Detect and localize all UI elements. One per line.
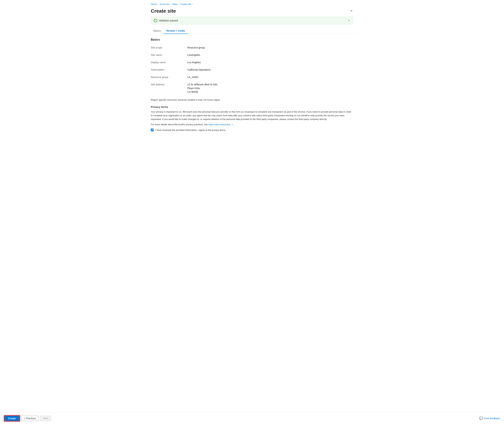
main-content: Basics Site scope Resource group Site na… (147, 38, 357, 151)
label-site-address: Site address (151, 83, 186, 94)
validation-message: Validation passed (159, 19, 178, 22)
privacy-section: Privacy terms Your privacy is important … (151, 105, 353, 131)
basics-section: Basics Site scope Resource group Site na… (151, 38, 353, 101)
tabs-container: Basics Review + create (147, 28, 357, 34)
validation-checkmark-icon: ✓ (154, 19, 157, 22)
footer-left: Create < Previous Next (4, 416, 51, 421)
privacy-link[interactable]: https://aka.ms/privacy (208, 123, 231, 126)
field-site-scope: Site scope Resource group (151, 44, 353, 51)
feedback-label: Give feedback (484, 417, 500, 420)
field-resource-group: Resource group LA_10001 (151, 74, 353, 81)
next-button: Next (40, 416, 51, 421)
breadcrumb-azure-arc[interactable]: Azure Arc (160, 3, 170, 6)
tab-basics[interactable]: Basics (151, 28, 164, 34)
value-site-name: LosAngeles (187, 53, 353, 57)
breadcrumb-home[interactable]: Home (151, 3, 157, 6)
field-site-address: Site address 13 W Jefferson Blvd St 200,… (151, 81, 353, 96)
privacy-checkbox-label: I have reviewed the provided information… (155, 129, 226, 131)
external-link-icon: ↗ (231, 124, 233, 126)
footer: Create < Previous Next 💬 Give feedback (0, 413, 504, 424)
field-subscription: Subscription California-Operations (151, 66, 353, 74)
page-header: Create site × (147, 7, 357, 17)
breadcrumb-sep-2: › (171, 3, 171, 6)
value-site-address: 13 W Jefferson Blvd St 200, Playa Vista,… (187, 83, 353, 94)
breadcrumb-sep-1: › (158, 3, 159, 6)
basics-section-title: Basics (151, 38, 353, 41)
privacy-link-prefix: For more details about Microsoft's priva… (151, 123, 208, 126)
label-display-name: Display name (151, 61, 186, 64)
banner-close-button[interactable]: × (348, 19, 350, 23)
label-site-scope: Site scope (151, 46, 186, 50)
label-subscription: Subscription (151, 68, 186, 72)
privacy-checkbox[interactable] (151, 129, 154, 131)
feedback-icon: 💬 (479, 417, 483, 420)
value-display-name: Los Angeles (187, 61, 353, 64)
previous-button[interactable]: < Previous (21, 416, 39, 421)
privacy-body: Your privacy is important to us. Microso… (151, 110, 353, 121)
bottom-spacer (151, 137, 353, 151)
give-feedback-button[interactable]: 💬 Give feedback (479, 417, 500, 420)
tab-review-create[interactable]: Review + create (164, 28, 188, 34)
value-resource-group: LA_10001 (187, 75, 353, 79)
create-button[interactable]: Create (4, 416, 20, 421)
value-site-scope: Resource group (187, 46, 353, 50)
breadcrumb: Home › Azure Arc › Sites › Create site › (147, 0, 357, 7)
value-subscription: California-Operations (187, 68, 353, 72)
privacy-title: Privacy terms (151, 105, 353, 108)
breadcrumb-create-site[interactable]: Create site (180, 3, 191, 6)
field-display-name: Display name Los Angeles (151, 59, 353, 66)
breadcrumb-sep-4: › (192, 3, 193, 6)
close-button[interactable]: × (350, 8, 353, 13)
breadcrumb-sites[interactable]: Sites (172, 3, 177, 6)
privacy-checkbox-row: I have reviewed the provided information… (151, 129, 353, 131)
privacy-link-row: For more details about Microsoft's priva… (151, 123, 353, 126)
label-resource-group: Resource group (151, 75, 186, 79)
field-site-name: Site name LosAngeles (151, 51, 353, 59)
breadcrumb-sep-3: › (179, 3, 179, 6)
page-title: Create site (151, 8, 176, 14)
validation-left: ✓ Validation passed (154, 19, 178, 22)
label-site-name: Site name (151, 53, 186, 57)
region-note: Region specific resources would be creat… (151, 99, 353, 101)
validation-banner: ✓ Validation passed × (151, 17, 353, 25)
